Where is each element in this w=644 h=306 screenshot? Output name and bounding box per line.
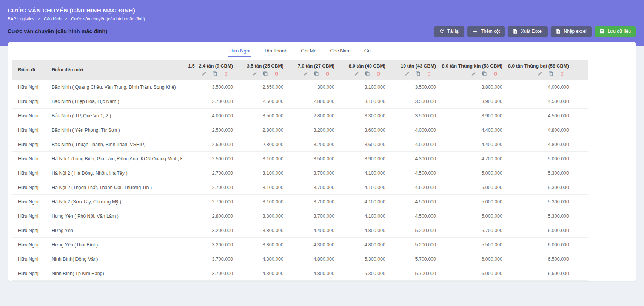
- rate-cell[interactable]: 5.700.000: [385, 257, 436, 262]
- duplicate-column-icon[interactable]: [482, 71, 487, 76]
- rate-cell[interactable]: 4.100.000: [334, 199, 385, 205]
- rate-cell[interactable]: 3.700.000: [283, 171, 334, 176]
- rate-cell[interactable]: 5.500.000: [436, 242, 502, 248]
- rate-cell[interactable]: 2.650.000: [233, 85, 283, 90]
- rate-cell[interactable]: 4.300.000: [233, 271, 283, 276]
- rate-cell[interactable]: 3.100.000: [334, 85, 385, 90]
- rate-cell[interactable]: 6.500.000: [502, 257, 569, 262]
- rate-cell[interactable]: 5.300.000: [334, 257, 385, 262]
- rate-cell[interactable]: 4.300.000: [283, 242, 334, 248]
- rate-cell[interactable]: 3.700.000: [283, 199, 334, 205]
- delete-column-icon[interactable]: [325, 71, 330, 76]
- rate-cell[interactable]: 5.200.000: [385, 242, 436, 248]
- rate-cell[interactable]: 3.500.000: [283, 156, 334, 161]
- rate-cell[interactable]: 4.500.000: [385, 199, 436, 205]
- rate-cell[interactable]: 2.700.000: [182, 171, 233, 176]
- rate-cell[interactable]: 6.000.000: [436, 271, 502, 276]
- delete-column-icon[interactable]: [559, 71, 564, 76]
- rate-cell[interactable]: 5.000.000: [436, 185, 502, 190]
- rate-cell[interactable]: 3.100.000: [233, 199, 283, 205]
- rate-cell[interactable]: 2.500.000: [233, 99, 283, 104]
- add-column-button[interactable]: Thêm cột: [467, 26, 505, 37]
- tab-coc-nam[interactable]: Cốc Nam: [323, 42, 357, 60]
- breadcrumb-item[interactable]: Cước vận chuyển (cấu hình mặc định): [71, 17, 145, 21]
- rate-cell[interactable]: 3.100.000: [233, 171, 283, 176]
- rate-cell[interactable]: 2.700.000: [182, 185, 233, 190]
- delete-column-icon[interactable]: [427, 71, 431, 76]
- rate-cell[interactable]: 3.200.000: [182, 242, 233, 248]
- rate-cell[interactable]: 2.800.000: [233, 142, 283, 147]
- rate-cell[interactable]: 3.100.000: [233, 185, 283, 190]
- rate-cell[interactable]: 4.400.000: [436, 128, 502, 133]
- rate-cell[interactable]: 4.500.000: [385, 185, 436, 190]
- duplicate-column-icon[interactable]: [314, 71, 319, 76]
- rate-cell[interactable]: 4.400.000: [436, 142, 502, 147]
- rate-cell[interactable]: 4.100.000: [334, 185, 385, 190]
- edit-column-icon[interactable]: [252, 71, 257, 76]
- duplicate-column-icon[interactable]: [548, 71, 553, 76]
- import-excel-button[interactable]: Nhập excel: [551, 26, 592, 37]
- rate-cell[interactable]: 2.800.000: [233, 128, 283, 133]
- rate-cell[interactable]: 4.500.000: [385, 214, 436, 219]
- edit-column-icon[interactable]: [538, 71, 542, 76]
- rate-cell[interactable]: 5.700.000: [436, 228, 502, 233]
- rate-cell[interactable]: 5.000.000: [436, 199, 502, 205]
- rate-cell[interactable]: 2.800.000: [182, 214, 233, 219]
- rate-cell[interactable]: 6.000.000: [502, 228, 569, 233]
- rate-cell[interactable]: 6.000.000: [502, 242, 569, 248]
- rate-cell[interactable]: 5.300.000: [334, 271, 385, 276]
- delete-column-icon[interactable]: [493, 71, 498, 76]
- rate-cell[interactable]: 3.200.000: [283, 142, 334, 147]
- edit-column-icon[interactable]: [471, 71, 476, 76]
- rate-cell[interactable]: 3.500.000: [233, 113, 283, 118]
- rate-cell[interactable]: 3.200.000: [182, 228, 233, 233]
- rate-cell[interactable]: 3.500.000: [182, 85, 233, 90]
- rate-cell[interactable]: 4.000.000: [385, 128, 436, 133]
- duplicate-column-icon[interactable]: [263, 71, 268, 76]
- rate-cell[interactable]: 4.300.000: [385, 156, 436, 161]
- rate-cell[interactable]: 4.800.000: [502, 142, 569, 147]
- rate-cell[interactable]: 3.700.000: [182, 271, 233, 276]
- rate-cell[interactable]: 3.100.000: [334, 99, 385, 104]
- rate-cell[interactable]: 4.300.000: [233, 257, 283, 262]
- rate-cell[interactable]: 2.800.000: [283, 113, 334, 118]
- rate-cell[interactable]: 3.700.000: [283, 214, 334, 219]
- rate-cell[interactable]: 5.300.000: [502, 171, 569, 176]
- edit-column-icon[interactable]: [354, 71, 359, 76]
- rate-cell[interactable]: 4.000.000: [502, 85, 569, 90]
- rate-cell[interactable]: 5.300.000: [502, 199, 569, 205]
- rate-cell[interactable]: 4.500.000: [502, 113, 569, 118]
- rate-cell[interactable]: 3.600.000: [334, 128, 385, 133]
- rate-cell[interactable]: 3.600.000: [334, 142, 385, 147]
- rate-cell[interactable]: 2.500.000: [182, 142, 233, 147]
- rate-cell[interactable]: 3.700.000: [182, 257, 233, 262]
- rate-cell[interactable]: 5.000.000: [436, 214, 502, 219]
- rate-cell[interactable]: 4.800.000: [283, 271, 334, 276]
- rate-cell[interactable]: 4.800.000: [502, 128, 569, 133]
- tab-huu-nghi[interactable]: Hữu Nghị: [222, 42, 257, 60]
- rate-cell[interactable]: 3.500.000: [385, 113, 436, 118]
- rate-cell[interactable]: 4.000.000: [385, 142, 436, 147]
- tab-chi-ma[interactable]: Chi Ma: [294, 42, 323, 60]
- rate-cell[interactable]: 3.300.000: [334, 113, 385, 118]
- delete-column-icon[interactable]: [376, 71, 381, 76]
- tab-tan-thanh[interactable]: Tân Thanh: [257, 42, 294, 60]
- breadcrumb-item[interactable]: Cấu hình: [44, 17, 62, 21]
- rate-cell[interactable]: 3.500.000: [385, 85, 436, 90]
- edit-column-icon[interactable]: [202, 71, 206, 76]
- rate-cell[interactable]: 6.500.000: [502, 271, 569, 276]
- export-excel-button[interactable]: Xuất Excel: [508, 26, 547, 37]
- rate-cell[interactable]: 3.800.000: [233, 228, 283, 233]
- rate-cell[interactable]: 4.100.000: [334, 214, 385, 219]
- rate-cell[interactable]: 4.000.000: [182, 113, 233, 118]
- save-data-button[interactable]: Lưu dữ liệu: [595, 26, 636, 37]
- rate-cell[interactable]: 4.400.000: [283, 228, 334, 233]
- duplicate-column-icon[interactable]: [365, 71, 370, 76]
- rate-cell[interactable]: 3.300.000: [233, 214, 283, 219]
- rate-cell[interactable]: 2.500.000: [182, 156, 233, 161]
- rate-cell[interactable]: 4.500.000: [385, 171, 436, 176]
- rate-cell[interactable]: 3.900.000: [436, 99, 502, 104]
- rate-cell[interactable]: 3.900.000: [436, 113, 502, 118]
- rate-cell[interactable]: 3.700.000: [182, 99, 233, 104]
- rate-cell[interactable]: 4.100.000: [334, 171, 385, 176]
